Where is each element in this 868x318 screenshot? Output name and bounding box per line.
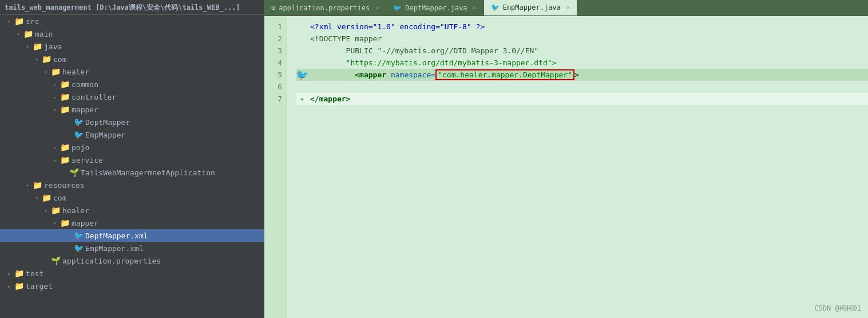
icon-deptmapper-xml: 🐦 <box>73 231 84 240</box>
tree-item-service[interactable]: ▸ 📁 service <box>0 154 264 166</box>
arrow-healer2: ▾ <box>41 207 50 214</box>
tab-deptmapper-java[interactable]: 🐦 DeptMapper.java ✕ <box>386 0 483 15</box>
line-numbers: 1 2 3 4 5 6 7 <box>264 16 287 318</box>
arrow-controller: ▸ <box>50 94 60 100</box>
arrow-mapper-java: ▾ <box>50 107 60 113</box>
tree-item-healer[interactable]: ▾ 📁 healer <box>0 65 264 78</box>
label-src: src <box>26 17 261 26</box>
tree-item-com[interactable]: ▾ 📁 com <box>0 53 264 65</box>
tab-close-props[interactable]: ✕ <box>375 5 379 11</box>
tree-item-empmapper-java[interactable]: 🐦 EmpMapper <box>0 128 264 141</box>
tree-item-java[interactable]: ▾ 📁 java <box>0 40 264 53</box>
line-num-4: 4 <box>269 57 282 69</box>
label-mapper-java: mapper <box>72 105 261 114</box>
arrow-main: ▾ <box>14 31 23 37</box>
label-target: target <box>26 282 261 290</box>
folder-icon-controller: 📁 <box>60 92 70 101</box>
icon-app-props: 🌱 <box>50 256 61 265</box>
line-num-2: 2 <box>269 33 282 45</box>
folder-icon-mapper-java: 📁 <box>60 105 70 114</box>
tree-item-target[interactable]: ▸ 📁 target <box>0 280 264 292</box>
code-text-3: PUBLIC "-//mybatis.org//DTD Mapper 3.0//… <box>310 45 538 57</box>
code-line-2: <!DOCTYPE mapper <box>296 33 868 45</box>
tree-item-main[interactable]: ▾ 📁 main <box>0 28 264 40</box>
tab-icon-empmapper: 🐦 <box>491 3 500 11</box>
arrow-com2: ▾ <box>32 195 41 201</box>
line-num-3: 3 <box>269 45 282 57</box>
label-application: TailsWebManagermnetApplication <box>81 168 261 177</box>
folder-icon-resources: 📁 <box>32 180 42 190</box>
label-resources: resources <box>44 181 261 190</box>
label-common: common <box>72 80 261 89</box>
arrow-src: ▾ <box>5 18 14 25</box>
icon-deptmapper: 🐦 <box>73 117 84 127</box>
label-empmapper-xml: EmpMapper.xml <box>85 244 261 253</box>
tab-icon-deptmapper: 🐦 <box>393 4 402 12</box>
code-area[interactable]: <?xml version="1.0" encoding="UTF-8" ?> … <box>287 16 868 318</box>
tab-label-deptmapper: DeptMapper.java <box>405 4 467 12</box>
tab-bar: ⚙ application.properties ✕ 🐦 DeptMapper.… <box>264 0 868 16</box>
tab-icon-props: ⚙ <box>271 4 275 12</box>
label-healer2: healer <box>62 206 261 215</box>
tree-item-controller[interactable]: ▸ 📁 controller <box>0 91 264 103</box>
line-num-7: 7 <box>269 93 282 105</box>
folder-icon-service: 📁 <box>60 155 70 164</box>
editor-wrapper: ⚙ application.properties ✕ 🐦 DeptMapper.… <box>264 0 868 318</box>
arrow-com: ▾ <box>32 56 41 62</box>
folder-icon-healer2: 📁 <box>50 206 61 215</box>
label-com2: com <box>53 194 261 202</box>
arrow-common: ▸ <box>50 81 60 88</box>
tree-item-deptmapper-java[interactable]: 🐦 DeptMapper <box>0 116 264 128</box>
tree-item-empmapper-xml[interactable]: 🐦 EmpMapper.xml <box>0 242 264 254</box>
line-num-6: 6 <box>269 81 282 93</box>
gutter-7: ◆ <box>296 93 308 105</box>
tab-empmapper-java[interactable]: 🐦 EmpMapper.java ✕ <box>484 0 577 15</box>
folder-icon-pojo: 📁 <box>60 143 70 152</box>
label-service: service <box>72 156 261 164</box>
arrow-pojo: ▸ <box>50 144 60 151</box>
tree-item-resources[interactable]: ▾ 📁 resources <box>0 179 264 191</box>
editor-content: 1 2 3 4 5 6 7 <?xml version="1.0" encodi… <box>264 16 868 318</box>
label-pojo: pojo <box>72 143 261 152</box>
folder-icon-com: 📁 <box>41 54 51 64</box>
label-healer: healer <box>62 68 261 76</box>
folder-icon-main: 📁 <box>23 29 33 38</box>
folder-icon-common: 📁 <box>60 80 70 89</box>
label-com: com <box>53 55 261 64</box>
tree-item-pojo[interactable]: ▸ 📁 pojo <box>0 141 264 154</box>
tab-close-deptmapper[interactable]: ✕ <box>473 5 477 11</box>
tree-item-mapper-resources[interactable]: ▾ 📁 mapper <box>0 217 264 229</box>
tab-application-properties[interactable]: ⚙ application.properties ✕ <box>264 0 386 15</box>
icon-empmapper-xml: 🐦 <box>73 244 84 253</box>
tree-item-deptmapper-xml[interactable]: 🐦 DeptMapper.xml <box>0 229 264 242</box>
tab-close-empmapper[interactable]: ✕ <box>566 4 570 10</box>
tree-item-app-props[interactable]: 🌱 application.properties <box>0 254 264 267</box>
watermark: CSDN @柯柯01 <box>814 304 861 313</box>
tree-item-healer2[interactable]: ▾ 📁 healer <box>0 204 264 217</box>
label-empmapper: EmpMapper <box>85 131 261 139</box>
code-text-7: </mapper> <box>310 93 350 105</box>
tree-item-test[interactable]: ▸ 📁 test <box>0 267 264 280</box>
folder-icon-src: 📁 <box>14 17 24 26</box>
arrow-resources: ▾ <box>23 182 32 189</box>
code-text-1: <?xml version="1.0" encoding="UTF-8" ?> <box>310 21 485 33</box>
tab-label-props: application.properties <box>279 4 370 12</box>
tree-item-common[interactable]: ▸ 📁 common <box>0 78 264 91</box>
file-tree: tails_web_managerment [D:\Java课程\安全\代码\t… <box>0 0 264 318</box>
tree-item-application[interactable]: 🌱 TailsWebManagermnetApplication <box>0 166 264 179</box>
folder-icon-java: 📁 <box>32 42 42 51</box>
line-num-5: 5 <box>269 69 282 81</box>
tree-item-src[interactable]: ▾ 📁 src <box>0 15 264 28</box>
folder-icon-com2: 📁 <box>41 193 51 202</box>
code-line-3: PUBLIC "-//mybatis.org//DTD Mapper 3.0//… <box>296 45 868 57</box>
tree-item-com2[interactable]: ▾ 📁 com <box>0 191 264 204</box>
icon-application: 🌱 <box>69 168 79 177</box>
code-text-2: <!DOCTYPE mapper <box>310 33 382 45</box>
label-app-props: application.properties <box>62 257 261 265</box>
line-num-1: 1 <box>269 21 282 33</box>
gutter-5: 🐦 <box>296 69 308 81</box>
code-line-5: 🐦 <mapper namespace="com.healer.mapper.D… <box>296 69 868 81</box>
folder-icon-test: 📁 <box>14 269 24 278</box>
folder-icon-healer: 📁 <box>50 67 61 76</box>
tree-item-mapper-java[interactable]: ▾ 📁 mapper <box>0 103 264 116</box>
